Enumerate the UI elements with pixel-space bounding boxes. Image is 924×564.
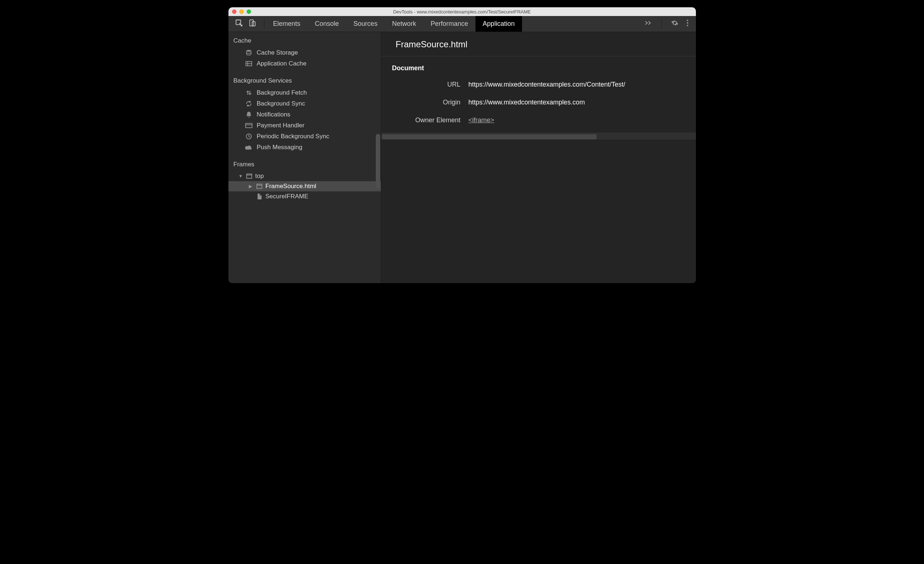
sidebar-item-push-messaging[interactable]: Push Messaging [228, 142, 381, 153]
database-icon [245, 50, 252, 56]
horizontal-scrollbar[interactable] [381, 133, 696, 140]
minimize-window-button[interactable] [239, 9, 244, 14]
kebab-menu-icon[interactable] [687, 19, 688, 28]
more-tabs-chevron-icon[interactable] [645, 20, 652, 28]
toolbar-divider [662, 19, 662, 29]
row-origin: Origin https://www.mixedcontentexamples.… [381, 93, 696, 111]
tree-row-frame-source[interactable]: ▶ FrameSource.html [228, 181, 381, 191]
page-title: FrameSource.html [381, 32, 696, 56]
svg-rect-10 [246, 123, 252, 128]
item-label: Cache Storage [257, 49, 298, 56]
credit-card-icon [245, 123, 252, 128]
sidebar-item-periodic-background-sync[interactable]: Periodic Background Sync [228, 131, 381, 142]
svg-rect-15 [257, 184, 262, 189]
settings-gear-icon[interactable] [671, 19, 678, 28]
sidebar-scrollbar-thumb[interactable] [376, 134, 380, 189]
sidebar-item-background-sync[interactable]: Background Sync [228, 98, 381, 109]
document-icon [256, 193, 262, 200]
window-title: DevTools - www.mixedcontentexamples.com/… [393, 9, 531, 15]
horizontal-scrollbar-thumb[interactable] [382, 134, 597, 140]
document-section-header: Document [381, 56, 696, 76]
row-origin-label: Origin [381, 99, 468, 106]
row-url-value: https://www.mixedcontentexamples.com/Con… [468, 81, 626, 88]
svg-rect-13 [247, 174, 252, 178]
main-panel: FrameSource.html Document URL https://ww… [381, 32, 696, 283]
row-url: URL https://www.mixedcontentexamples.com… [381, 76, 696, 93]
svg-point-6 [246, 50, 251, 52]
tab-sources[interactable]: Sources [346, 16, 385, 32]
section-background-services: Background Services [228, 69, 381, 87]
sidebar-item-background-fetch[interactable]: Background Fetch [228, 87, 381, 98]
window-icon [246, 174, 252, 178]
item-label: Background Sync [257, 100, 305, 107]
tree-item-label: FrameSource.html [266, 183, 316, 190]
row-owner-element-value[interactable]: <iframe> [468, 117, 494, 124]
item-label: Background Fetch [257, 89, 307, 96]
row-owner-element-label: Owner Element [381, 117, 468, 124]
bell-icon [245, 111, 252, 118]
section-cache: Cache [228, 34, 381, 47]
svg-rect-1 [249, 20, 253, 26]
chevron-right-icon: ▶ [249, 184, 253, 189]
devtools-window: DevTools - www.mixedcontentexamples.com/… [228, 7, 696, 283]
tab-strip: Elements Console Sources Network Perform… [266, 16, 522, 32]
up-down-arrows-icon [245, 90, 252, 96]
row-url-label: URL [381, 81, 468, 88]
tree-item-label: SecureIFRAME [266, 193, 309, 200]
zoom-window-button[interactable] [247, 9, 251, 14]
tree-row-top[interactable]: ▼ top [228, 171, 381, 181]
window-icon [256, 184, 262, 189]
tab-elements[interactable]: Elements [266, 16, 308, 32]
toolbar-divider [264, 19, 264, 29]
sync-icon [245, 100, 252, 107]
titlebar: DevTools - www.mixedcontentexamples.com/… [228, 7, 696, 16]
section-frames: Frames [228, 153, 381, 171]
close-window-button[interactable] [232, 9, 237, 14]
svg-point-5 [687, 25, 688, 26]
device-toggle-icon[interactable] [249, 19, 256, 29]
toolbar: Elements Console Sources Network Perform… [228, 16, 696, 32]
svg-point-3 [687, 20, 688, 21]
row-owner-element: Owner Element <iframe> [381, 111, 696, 129]
svg-rect-2 [252, 22, 255, 26]
svg-point-4 [687, 22, 688, 24]
tab-console[interactable]: Console [308, 16, 346, 32]
clock-icon [245, 133, 252, 140]
row-origin-value: https://www.mixedcontentexamples.com [468, 99, 585, 106]
sidebar-item-notifications[interactable]: Notifications [228, 109, 381, 120]
tab-network[interactable]: Network [385, 16, 423, 32]
window-controls [228, 9, 251, 14]
tab-performance[interactable]: Performance [423, 16, 476, 32]
inspect-element-icon[interactable] [235, 19, 243, 29]
grid-icon [245, 61, 252, 66]
item-label: Notifications [257, 111, 291, 118]
tree-item-label: top [255, 172, 264, 180]
sidebar: Cache Cache Storage Application Cache Ba… [228, 32, 381, 283]
sidebar-item-application-cache[interactable]: Application Cache [228, 58, 381, 69]
tab-application[interactable]: Application [476, 16, 522, 32]
chevron-down-icon: ▼ [238, 174, 243, 178]
item-label: Periodic Background Sync [257, 133, 329, 140]
item-label: Application Cache [257, 60, 307, 68]
body: Cache Cache Storage Application Cache Ba… [228, 32, 696, 283]
item-label: Push Messaging [257, 144, 303, 151]
sidebar-item-payment-handler[interactable]: Payment Handler [228, 120, 381, 131]
tree-row-secure-iframe[interactable]: SecureIFRAME [228, 191, 381, 202]
sidebar-item-cache-storage[interactable]: Cache Storage [228, 47, 381, 58]
item-label: Payment Handler [257, 122, 304, 129]
cloud-icon [245, 145, 252, 150]
